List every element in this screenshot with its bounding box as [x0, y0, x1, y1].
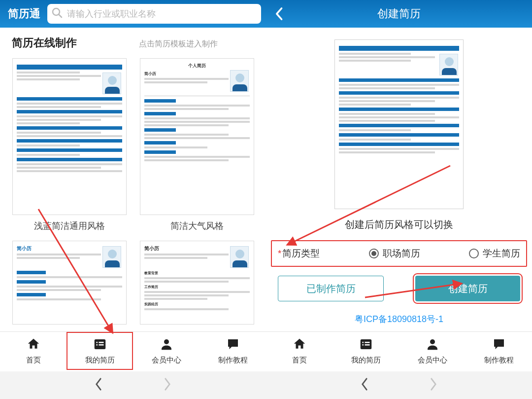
radio-work-label: 职场简历 — [383, 247, 420, 260]
tab-tutorial[interactable]: 制作教程 — [200, 332, 266, 370]
type-label: *简历类型 — [278, 247, 320, 260]
screen-template-list: 简历通 简历在线制作 点击简历模板进入制作 — [0, 0, 266, 370]
tab-tutorial-label: 制作教程 — [218, 356, 248, 365]
app-title: 简历通 — [8, 6, 40, 21]
svg-rect-6 — [99, 344, 103, 346]
pager-next[interactable] — [163, 377, 172, 393]
svg-rect-10 — [362, 342, 364, 343]
template-grid: 浅蓝简洁通用风格 个人简历 简小历 简洁大气风格 — [0, 54, 266, 331]
svg-point-7 — [164, 339, 169, 344]
search-input[interactable] — [67, 9, 257, 19]
section-hint: 点击简历模板进入制作 — [102, 39, 254, 49]
template-card-3[interactable]: 简小历 — [12, 241, 127, 325]
radio-icon — [369, 249, 379, 258]
tab-home[interactable]: 首页 — [266, 332, 332, 370]
tab-home-label: 首页 — [292, 356, 307, 365]
tab-home[interactable]: 首页 — [0, 332, 66, 370]
tabbar-left: 首页 我的简历 会员中心 制作教程 — [0, 331, 266, 370]
list-icon — [359, 337, 373, 354]
header-left: 简历通 — [0, 0, 266, 28]
radio-student-label: 学生简历 — [483, 247, 520, 260]
screen-create-resume: 创建简历 创建后简历风格可以切换 *简历类型 职场简历 — [266, 0, 532, 370]
tab-vip[interactable]: 会员中心 — [133, 332, 200, 370]
tab-home-label: 首页 — [26, 356, 41, 365]
svg-rect-4 — [99, 342, 103, 343]
svg-rect-3 — [96, 342, 98, 343]
svg-rect-11 — [365, 342, 369, 343]
person-icon — [425, 337, 440, 354]
header-right-title: 创建简历 — [377, 6, 421, 21]
svg-point-14 — [430, 339, 435, 344]
radio-icon — [469, 249, 479, 258]
resume-type-row: *简历类型 职场简历 学生简历 — [271, 240, 527, 267]
svg-rect-12 — [362, 344, 364, 346]
resume-preview[interactable] — [334, 39, 464, 209]
tab-tutorial-label: 制作教程 — [484, 356, 514, 365]
btn-create-resume[interactable]: 创建简历 — [415, 276, 520, 301]
template-label-1: 浅蓝简洁通用风格 — [34, 220, 105, 232]
tab-vip-label: 会员中心 — [152, 356, 181, 365]
search-box[interactable] — [47, 4, 261, 24]
section-header: 简历在线制作 点击简历模板进入制作 — [0, 28, 266, 54]
header-right: 创建简历 — [266, 0, 532, 28]
pager-prev[interactable] — [94, 377, 103, 393]
home-icon — [26, 337, 41, 354]
section-title: 简历在线制作 — [12, 36, 77, 50]
switch-hint: 创建后简历风格可以切换 — [266, 218, 532, 231]
tab-vip-label: 会员中心 — [418, 356, 447, 365]
tab-my-resume[interactable]: 我的简历 — [66, 332, 133, 370]
tabbar-right: 首页 我的简历 会员中心 制作教程 — [266, 331, 532, 370]
home-icon — [292, 337, 307, 354]
tab-tutorial[interactable]: 制作教程 — [466, 332, 532, 370]
back-button[interactable] — [274, 7, 284, 23]
tab-my-resume-label: 我的简历 — [351, 356, 381, 365]
template-card-2[interactable]: 个人简历 简小历 — [140, 58, 254, 215]
btn-already-made[interactable]: 已制作简历 — [278, 276, 384, 301]
svg-rect-13 — [365, 344, 369, 346]
search-icon — [51, 7, 63, 21]
pager-prev[interactable] — [360, 377, 369, 393]
pager-next[interactable] — [429, 377, 438, 393]
svg-rect-5 — [96, 344, 98, 346]
tab-my-resume[interactable]: 我的简历 — [332, 332, 399, 370]
tab-vip[interactable]: 会员中心 — [399, 332, 466, 370]
template-label-2: 简洁大气风格 — [170, 220, 224, 232]
person-icon — [159, 337, 174, 354]
chat-icon — [226, 337, 240, 354]
template-card-1[interactable] — [12, 58, 127, 215]
pager-bar — [0, 371, 532, 399]
template-card-4[interactable]: 简小历 教育背景 工作简历 实践经历 — [140, 241, 254, 325]
list-icon — [93, 337, 107, 354]
icp-link[interactable]: 粤ICP备18090818号-1 — [266, 313, 532, 325]
svg-line-1 — [59, 14, 62, 17]
chat-icon — [492, 337, 506, 354]
radio-work[interactable]: 职场简历 — [369, 247, 420, 260]
radio-student[interactable]: 学生简历 — [469, 247, 520, 260]
template-2-inner-title: 个人简历 — [144, 63, 250, 69]
tab-my-resume-label: 我的简历 — [85, 356, 115, 365]
